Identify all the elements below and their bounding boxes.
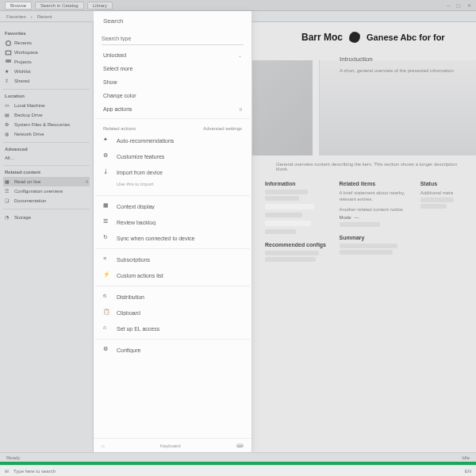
sidebar-item-local[interactable]: ▭Local Machine	[3, 101, 90, 110]
menu-label: Auto-recommendations	[117, 138, 242, 144]
key-icon: ⌂	[103, 324, 111, 332]
menu-item-autorecommend[interactable]: ✦Auto-recommendations	[95, 132, 250, 148]
chevron-down-icon: ⌄	[238, 52, 242, 58]
sidebar-label: Workspace	[14, 50, 38, 55]
status-right: Idle	[462, 455, 470, 460]
sidebar-item-workspace[interactable]: Workspace	[3, 48, 90, 57]
menu-item-import[interactable]: ⭳Import from device	[95, 164, 250, 180]
menu-item-subscriptions[interactable]: ≡Subscriptions	[95, 251, 250, 267]
svg-rect-3	[9, 60, 10, 62]
breadcrumb-1[interactable]: Favorites	[6, 14, 26, 19]
start-icon[interactable]: ⊞	[5, 468, 9, 474]
maximize-icon[interactable]: ▢	[456, 3, 461, 8]
sliders-icon: ☰	[5, 188, 12, 194]
section-heading: Summary	[340, 235, 408, 240]
taskbar: ⊞ Type here to search EN	[0, 465, 476, 476]
menu-item-clipboard[interactable]: 📋Clipboard	[95, 305, 250, 321]
sidebar-label: Network Drive	[14, 132, 44, 136]
menu-item-changecolor[interactable]: Change color	[95, 89, 250, 102]
taskbar-lang[interactable]: EN	[465, 469, 471, 474]
sidebar-label: System Files & Resources	[14, 122, 70, 127]
list-icon: ☰	[103, 218, 111, 226]
machine-icon: ▭	[5, 102, 12, 109]
col-text: A brief statement about nearby, relevant…	[340, 190, 408, 203]
gear-icon: ⚙	[103, 346, 111, 354]
keyboard-icon[interactable]: ⌨	[236, 443, 244, 448]
col-text: Additional meta	[420, 190, 468, 196]
menu-label: Change color	[103, 93, 242, 98]
menu-footer-label: Keyboard	[160, 443, 181, 448]
rss-icon: ≡	[103, 255, 111, 263]
intro-text: General overview content describing the …	[276, 162, 466, 171]
menu-label: Configure	[117, 347, 242, 353]
tab-browse[interactable]: Browse	[5, 2, 32, 10]
menu-label: Set up EL access	[117, 326, 242, 332]
sidebar-meta: 4	[86, 179, 88, 184]
folder-icon	[5, 49, 12, 56]
menu-search-input[interactable]	[102, 33, 244, 45]
sidebar-label: Wishlist	[14, 69, 31, 74]
sidebar-item-backup[interactable]: ▤Backup Drive	[3, 110, 90, 120]
close-icon[interactable]: ✕	[467, 3, 471, 8]
menu-heading-meta: Advanced settings	[203, 126, 242, 131]
book-icon: ❏	[5, 198, 12, 204]
col-heading: Status	[420, 181, 468, 186]
svg-rect-2	[6, 60, 8, 62]
sidebar-item-docs[interactable]: ❏Documentation	[3, 196, 90, 205]
menu-label: Context display	[117, 204, 242, 209]
sidebar-item-sysfiles[interactable]: ⚙System Files & Resources	[3, 120, 90, 129]
menu-label: Import from device	[117, 170, 242, 175]
sidebar-item-network[interactable]: ◍Network Drive	[3, 129, 90, 139]
col-heading: Related items	[340, 181, 408, 186]
menu-label: Select more	[103, 66, 242, 71]
sidebar-item-readlive[interactable]: ▦Read on live4	[3, 177, 90, 186]
status-left: Ready	[6, 455, 20, 460]
sparkle-icon: ✦	[103, 136, 111, 144]
menu-label: App actions	[103, 106, 240, 112]
download-icon: ⭳	[103, 168, 111, 176]
menu-item-show[interactable]: Show	[95, 75, 250, 89]
sidebar-item-shared[interactable]: ⇪Shared	[3, 76, 90, 86]
branch-icon: ⎋	[103, 293, 111, 301]
menu-label: Review backlog	[117, 220, 242, 225]
menu-item-custom-actions[interactable]: ⚡Custom actions list	[95, 267, 250, 283]
sidebar-label: Documentation	[14, 198, 46, 203]
layout-icon: ▦	[103, 202, 111, 210]
sidebar-item-projects[interactable]: Projects	[3, 57, 90, 67]
sidebar: Favorites Recents Workspace Projects ★Wi…	[0, 22, 94, 452]
sidebar-group-related: Related content	[5, 170, 88, 175]
menu-item-review[interactable]: ☰Review backlog	[95, 214, 250, 230]
share-icon: ⇪	[5, 78, 12, 84]
sidebar-item-storage[interactable]: ◔Storage	[3, 213, 90, 222]
sliders-icon: ⚙	[103, 152, 111, 160]
menu-item-app-actions[interactable]: App actions0	[95, 102, 250, 116]
menu-item-configure[interactable]: ⚙Configure	[95, 342, 250, 358]
menu-item-context[interactable]: ▦Context display	[95, 198, 250, 214]
sidebar-item-config[interactable]: ☰Configuration overview	[3, 186, 90, 196]
hero-description: A short, general overview of the present…	[340, 68, 454, 73]
sidebar-item-recents[interactable]: Recents	[3, 38, 90, 48]
menu-label: Unlocked	[103, 52, 238, 58]
menu-title: Search	[94, 11, 251, 28]
col-heading: Information	[265, 181, 327, 186]
tab-library[interactable]: Library	[87, 2, 113, 10]
menu-item-customize[interactable]: ⚙Customize features	[95, 148, 250, 164]
minimize-icon[interactable]: ─	[447, 3, 450, 8]
sidebar-item-wishlist[interactable]: ★Wishlist	[3, 67, 90, 76]
breadcrumb-2[interactable]: Recent	[37, 14, 52, 19]
sidebar-label: Read on live	[14, 179, 40, 184]
taskbar-search[interactable]: Type here to search	[13, 469, 56, 474]
menu-item-sync[interactable]: ↻Sync when connected to device	[95, 230, 250, 246]
menu-label: Distribution	[117, 294, 242, 300]
gear-icon: ⚙	[5, 121, 12, 128]
logo-icon	[349, 32, 360, 43]
menu-item-distribution[interactable]: ⎋Distribution	[95, 289, 250, 305]
sidebar-item-all[interactable]: All…	[3, 154, 90, 162]
menu-item-unlocked[interactable]: Unlocked⌄	[95, 48, 250, 62]
bolt-icon: ⚡	[103, 271, 111, 279]
menu-item-setup-access[interactable]: ⌂Set up EL access	[95, 321, 250, 336]
command-menu: Search Unlocked⌄ Select more Show Change…	[94, 11, 252, 452]
field-value: —	[355, 215, 359, 220]
tab-search[interactable]: Search in Catalog	[35, 2, 84, 10]
menu-item-select-more[interactable]: Select more	[95, 62, 250, 75]
